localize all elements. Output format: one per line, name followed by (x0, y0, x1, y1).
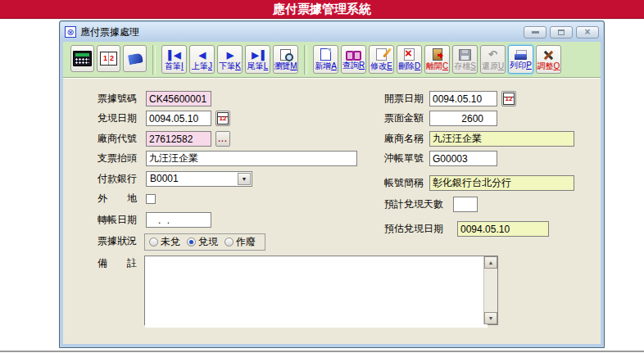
check-payee-field[interactable] (146, 151, 357, 166)
toolbar: ▌◀ 首筆I ◀ 上筆J ▶ 下筆K ▶▐ 尾筆L 瀏覽M 新增A 查詢R (63, 42, 601, 78)
app-window: ⊗ 應付票據處理 × ▌◀ 首筆I (59, 20, 605, 348)
estimated-date-label: 預估兌現日期 (384, 221, 443, 237)
scroll-down-icon: ▼ (488, 315, 494, 321)
close-button[interactable]: × (576, 26, 599, 38)
undo-button: ↶ 還原U (480, 45, 506, 74)
query-label: 查詢 (342, 61, 359, 70)
remark-textarea[interactable] (145, 256, 488, 328)
add-button[interactable]: 新增A (313, 45, 338, 74)
next-record-label: 下筆 (219, 61, 235, 70)
status-option-uncashed[interactable]: 未兌 (149, 235, 180, 249)
add-label: 新增 (315, 61, 331, 70)
estimated-date-field[interactable] (457, 221, 549, 237)
printer-icon (515, 50, 527, 60)
scroll-up-button[interactable]: ▲ (484, 256, 497, 269)
blue-book-icon (126, 52, 143, 65)
cash-date-calendar-button[interactable] (215, 111, 230, 126)
calculator-button[interactable] (70, 45, 94, 72)
status-label: 票據狀況 (98, 233, 137, 249)
calendar-icon (217, 112, 229, 124)
new-document-icon (320, 48, 331, 61)
save-button: 存檔S (452, 45, 478, 74)
first-record-label: 首筆 (165, 61, 181, 70)
exit-door-icon (433, 48, 442, 61)
exit-label: 離開 (426, 61, 442, 70)
pay-bank-value: B0001 (150, 172, 179, 186)
query-button[interactable]: 查詢R (341, 45, 366, 74)
calendar-book-icon (100, 52, 117, 66)
radio-icon (187, 238, 196, 247)
exit-button[interactable]: 離開C (424, 45, 450, 74)
browse-button[interactable]: 瀏覽M (273, 45, 298, 74)
restore-button[interactable] (550, 26, 573, 38)
calendar-icon (503, 93, 515, 105)
calendar-book-button[interactable] (97, 45, 120, 72)
form-area: 票據號碼 兌現日期 廠商代號 ... 支票抬頭 付款銀行 B0001 ▼ 外 地… (63, 78, 601, 344)
last-record-label: 尾筆 (247, 61, 264, 70)
status-radio-group: 未兌 兌現 作廢 (144, 233, 265, 251)
bill-no-field[interactable] (146, 91, 211, 106)
writeoff-no-label: 沖帳單號 (384, 151, 424, 166)
vendor-code-browse-button[interactable]: ... (215, 131, 230, 147)
toolbar-separator (304, 45, 307, 75)
prev-record-button[interactable]: ◀ 上筆J (189, 45, 215, 74)
vendor-code-label: 廠商代號 (98, 131, 137, 147)
status-option-void[interactable]: 作廢 (224, 235, 256, 249)
window-titlebar[interactable]: ⊗ 應付票據處理 × (61, 22, 603, 42)
toolbar-separator (152, 45, 156, 75)
amount-field[interactable] (429, 111, 497, 126)
cash-date-label: 兌現日期 (98, 111, 137, 126)
notebook-button[interactable] (123, 45, 147, 72)
tools-icon (542, 49, 555, 61)
page-bottom-divider (0, 351, 644, 352)
edit-button[interactable]: 修改E (369, 45, 394, 74)
status-option-label: 作廢 (236, 235, 256, 249)
delete-icon: × (404, 48, 415, 61)
account-alias-field[interactable] (429, 175, 574, 191)
window-controls: × (524, 26, 599, 38)
scroll-down-button[interactable]: ▼ (484, 312, 497, 324)
scroll-up-icon: ▲ (488, 260, 494, 265)
save-label: 存檔 (454, 61, 470, 70)
amount-label: 票面金額 (384, 111, 424, 126)
issue-date-label: 開票日期 (384, 91, 424, 106)
status-option-label: 兌現 (198, 235, 218, 249)
first-record-button[interactable]: ▌◀ 首筆I (161, 45, 187, 74)
vendor-code-field[interactable] (146, 131, 211, 147)
cash-date-field[interactable] (146, 111, 211, 126)
transfer-date-field[interactable] (146, 212, 211, 228)
app-title: 應付票據管理系統 (273, 2, 371, 16)
adjust-label: 調整 (537, 61, 554, 70)
undo-label: 還原 (482, 61, 498, 70)
writeoff-no-field[interactable] (429, 151, 497, 166)
adjust-button[interactable]: 調整Q (536, 45, 561, 74)
app-title-banner: 應付票據管理系統 (0, 0, 644, 19)
issue-date-calendar-button[interactable] (501, 91, 516, 106)
first-record-icon: ▌◀ (168, 49, 179, 61)
prev-record-label: 上筆 (192, 61, 208, 70)
remark-box: ▲ ▼ (144, 256, 498, 325)
last-record-button[interactable]: ▶▐ 尾筆L (245, 45, 270, 74)
remark-scrollbar[interactable]: ▲ ▼ (483, 256, 497, 324)
vendor-name-field[interactable] (429, 131, 574, 147)
minimize-button[interactable] (524, 26, 546, 38)
expected-days-field[interactable] (453, 197, 478, 212)
calculator-icon (73, 51, 92, 66)
binoculars-icon (346, 50, 361, 60)
pay-bank-dropdown-button[interactable]: ▼ (238, 173, 251, 185)
transfer-date-label: 轉帳日期 (98, 212, 137, 228)
next-record-button[interactable]: ▶ 下筆K (217, 45, 243, 74)
radio-icon (149, 238, 158, 247)
account-alias-label: 帳號簡稱 (384, 175, 424, 191)
remote-checkbox[interactable] (146, 194, 156, 204)
prev-record-icon: ◀ (199, 49, 205, 61)
status-option-cashed[interactable]: 兌現 (187, 235, 218, 249)
window-system-icon[interactable]: ⊗ (65, 26, 76, 38)
pay-bank-combobox[interactable]: B0001 ▼ (146, 171, 252, 187)
vendor-name-label: 廠商名稱 (384, 131, 424, 147)
issue-date-field[interactable] (429, 91, 497, 106)
delete-button[interactable]: × 刪除D (397, 45, 422, 74)
print-button[interactable]: 列印P (508, 45, 533, 74)
next-record-icon: ▶ (227, 49, 233, 61)
check-payee-label: 支票抬頭 (98, 151, 137, 166)
